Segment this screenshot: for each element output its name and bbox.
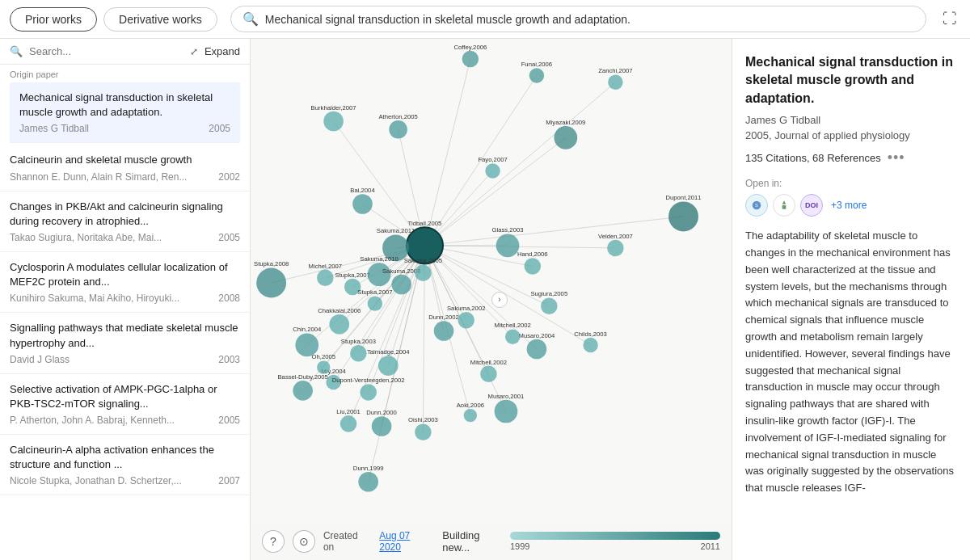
paper-item[interactable]: Signalling pathways that mediate skeleta… — [0, 313, 250, 373]
unpaywall-icon[interactable] — [773, 194, 795, 217]
paper-item[interactable]: Cyclosporin A modulates cellular localiz… — [0, 252, 250, 313]
graph-node[interactable]: Talmadge,2004 — [367, 348, 410, 376]
graph-node[interactable]: Musaro,2001 — [488, 393, 525, 423]
graph-node[interactable]: Bassel-Duby,2005 — [278, 373, 328, 401]
node-circle — [340, 415, 357, 432]
node-circle — [462, 51, 479, 68]
node-circle — [329, 314, 349, 335]
graph-node[interactable]: Hand,2006 — [517, 251, 548, 275]
node-circle — [525, 258, 542, 275]
search-icon: 🔍 — [242, 11, 259, 27]
graph-node[interactable]: Atherton,2005 — [378, 113, 417, 139]
sidebar-collapse-button[interactable]: › — [491, 292, 508, 308]
graph-node[interactable]: Dunn,2002 — [428, 314, 459, 341]
node-circle — [505, 329, 520, 343]
prior-works-tab[interactable]: Prior works — [10, 7, 97, 32]
node-circle — [256, 268, 286, 298]
graph-node[interactable]: Liu,2001 — [336, 408, 361, 432]
node-label: Michel,2007 — [309, 263, 342, 270]
fullscreen-button[interactable]: ⛶ — [939, 7, 960, 31]
node-circle — [434, 321, 454, 341]
node-circle — [389, 120, 407, 139]
help-button[interactable]: ? — [262, 530, 285, 553]
paper-year: 2003 — [218, 354, 240, 365]
graph-node[interactable]: Fayo,2007 — [478, 156, 507, 179]
paper-authors: David J Glass — [10, 354, 212, 365]
expand-label[interactable]: Expand — [205, 45, 240, 57]
node-label: Chin,2004 — [293, 326, 322, 334]
node-label: Fayo,2007 — [478, 156, 507, 163]
graph-node[interactable]: Dunn,1999 — [353, 465, 384, 492]
paper-title: Calcineurin and skeletal muscle growth — [10, 153, 240, 167]
paper-authors: P. Atherton, John A. Babraj, Kenneth... — [10, 415, 212, 426]
origin-paper-item[interactable]: Mechanical signal transduction in skelet… — [10, 82, 240, 143]
paper-item[interactable]: Calcineurin-A alpha activation enhances … — [0, 435, 250, 495]
node-label: Burkhalder,2007 — [311, 104, 356, 112]
node-label: Childs,2003 — [574, 331, 607, 338]
node-label: Dupont,2011 — [665, 194, 701, 201]
origin-section: Origin paper Mechanical signal transduct… — [0, 65, 250, 145]
graph-node[interactable]: Oishi,2003 — [408, 416, 438, 440]
graph-node[interactable]: Stupka,2007 — [357, 288, 392, 311]
graph-node[interactable]: Chin,2004 — [293, 326, 322, 357]
node-label: Stupka,2007 — [357, 288, 392, 296]
graph-node[interactable]: Musaro,2004 — [518, 332, 555, 360]
graph-node[interactable]: Childs,2003 — [574, 331, 607, 353]
graph-node[interactable]: Aoki,2006 — [457, 402, 484, 422]
graph-node[interactable]: Miyazaki,2009 — [546, 119, 585, 149]
graph-node[interactable]: Dunn,2000 — [366, 409, 397, 436]
graph-node[interactable]: Burkhalder,2007 — [311, 104, 356, 132]
graph-node[interactable]: Mitchell,2002 — [470, 359, 507, 383]
paper-title: Changes in PKB/Akt and calcineurin signa… — [10, 200, 240, 229]
more-options-button[interactable]: ••• — [888, 149, 905, 166]
paper-year: 2002 — [218, 171, 240, 183]
sidebar-search-input[interactable] — [29, 45, 183, 57]
node-circle — [496, 234, 520, 257]
node-label: Sakuma,2005 — [404, 257, 442, 264]
node-label: Aoki,2006 — [457, 402, 484, 409]
node-label: Tidball,2005 — [408, 220, 442, 227]
nodes[interactable]: Tidball,2005Coffey,2006Funai,2006Zanchi,… — [254, 44, 701, 492]
search-input[interactable] — [265, 13, 914, 26]
paper-item[interactable]: Changes in PKB/Akt and calcineurin signa… — [0, 192, 250, 252]
abstract-text: The adaptability of skeletal muscle to c… — [745, 228, 957, 497]
svg-rect-2 — [782, 205, 787, 209]
node-label: Dupont-Versteegden,2002 — [332, 377, 405, 384]
graph-node[interactable]: Velden,2007 — [598, 233, 633, 257]
citations-row: 135 Citations, 68 References ••• — [745, 149, 957, 166]
more-link[interactable]: +3 more — [831, 200, 867, 211]
graph-node[interactable]: Dupont-Versteegden,2002 — [332, 377, 405, 401]
graph-node[interactable]: Stupka,2008 — [254, 260, 289, 297]
node-circle — [458, 312, 474, 329]
node-label: Velden,2007 — [598, 233, 633, 240]
derivative-works-tab[interactable]: Derivative works — [103, 7, 217, 32]
locate-button[interactable]: ⊙ — [293, 530, 315, 553]
doi-icon[interactable]: DOI — [800, 194, 823, 217]
graph-node[interactable]: Coffey,2006 — [453, 44, 487, 68]
paper-year: 2005 — [218, 232, 240, 243]
paper-meta: P. Atherton, John A. Babraj, Kenneth... … — [10, 415, 240, 426]
bottom-controls: ? ⊙ Created on Aug 07 2020 Building new.… — [262, 529, 510, 554]
paper-meta: David J Glass 2003 — [10, 354, 240, 365]
semantic-scholar-icon[interactable]: S — [745, 194, 768, 217]
paper-item[interactable]: Selective activation of AMPK-PGC-1alpha … — [0, 374, 250, 435]
detail-journal: 2005, Journal of applied physiology — [745, 129, 957, 141]
node-circle — [323, 112, 344, 132]
graph-node[interactable]: Sugiura,2005 — [530, 290, 567, 314]
node-circle — [391, 275, 411, 295]
open-in-label: Open in: — [745, 178, 957, 189]
origin-paper-meta: James G Tidball 2005 — [19, 123, 230, 134]
graph-node[interactable]: Dupont,2011 — [665, 194, 701, 231]
paper-item[interactable]: Calcineurin and skeletal muscle growth S… — [0, 145, 250, 191]
graph-node[interactable]: Zanchi,2007 — [598, 67, 632, 90]
node-circle — [317, 360, 330, 373]
node-label: Chakkalal,2006 — [318, 307, 361, 314]
created-date[interactable]: Aug 07 2020 — [379, 530, 434, 553]
node-label: Dunn,2002 — [428, 314, 459, 321]
expand-icon[interactable]: ⤢ — [190, 46, 198, 57]
graph-node[interactable]: Funai,2006 — [521, 61, 552, 83]
node-label: Oishi,2003 — [408, 416, 438, 423]
building-text: Building new... — [442, 529, 510, 554]
node-circle — [352, 194, 373, 214]
origin-label: Origin paper — [10, 69, 240, 79]
